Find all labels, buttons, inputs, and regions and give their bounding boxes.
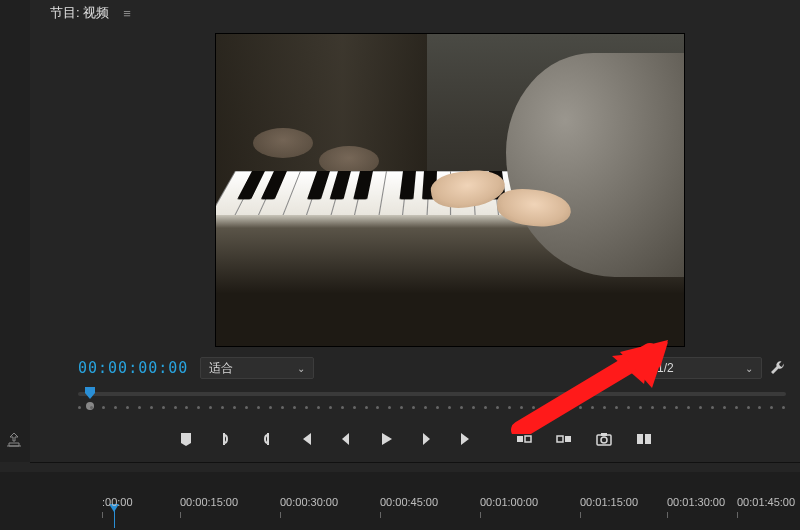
- step-back-button[interactable]: [337, 430, 355, 448]
- timeline-tick: 00:00:45:00: [380, 496, 438, 508]
- play-button[interactable]: [377, 430, 395, 448]
- current-timecode[interactable]: 00:00:00:00: [78, 359, 196, 377]
- monitor-control-row: 00:00:00:00 适合 ⌄ 1/2 ⌄: [78, 356, 786, 380]
- chevron-down-icon: ⌄: [297, 363, 305, 374]
- tab-label: 节目: 视频: [50, 4, 109, 22]
- timeline-playhead[interactable]: [114, 510, 115, 528]
- svg-rect-0: [517, 436, 523, 442]
- insert-button[interactable]: [515, 430, 533, 448]
- export-icon[interactable]: [6, 433, 22, 450]
- video-preview[interactable]: [216, 34, 684, 346]
- svg-rect-1: [525, 436, 531, 442]
- mini-playhead[interactable]: [84, 386, 96, 400]
- mark-in-button[interactable]: [217, 430, 235, 448]
- timeline-tick: :00:00: [102, 496, 133, 508]
- overwrite-button[interactable]: [555, 430, 573, 448]
- svg-point-5: [601, 437, 607, 443]
- step-forward-button[interactable]: [417, 430, 435, 448]
- resolution-label: 1/2: [657, 361, 674, 375]
- transport-bar: [30, 422, 800, 456]
- timeline-tick: 00:01:00:00: [480, 496, 538, 508]
- comparison-view-button[interactable]: [635, 430, 653, 448]
- svg-rect-7: [637, 434, 643, 444]
- timeline-tick: 00:00:30:00: [280, 496, 338, 508]
- timeline-tick: 00:01:45:00: [737, 496, 795, 508]
- go-to-out-button[interactable]: [457, 430, 475, 448]
- video-frame-content: [216, 34, 684, 346]
- resolution-dropdown[interactable]: 1/2 ⌄: [648, 357, 762, 379]
- panel-tab-program[interactable]: 节目: 视频 ≡: [50, 4, 131, 22]
- timeline-ruler[interactable]: :00:0000:00:15:0000:00:30:0000:00:45:000…: [102, 496, 800, 526]
- settings-wrench-icon[interactable]: [770, 359, 786, 378]
- mark-out-button[interactable]: [257, 430, 275, 448]
- svg-rect-8: [645, 434, 651, 444]
- zoom-fit-label: 适合: [209, 360, 233, 377]
- timeline-panel: :00:0000:00:15:0000:00:30:0000:00:45:000…: [0, 472, 800, 530]
- go-to-in-button[interactable]: [297, 430, 315, 448]
- timeline-tick: 00:00:15:00: [180, 496, 238, 508]
- left-gutter: [0, 0, 31, 462]
- panel-menu-icon[interactable]: ≡: [123, 6, 131, 21]
- svg-rect-2: [557, 436, 563, 442]
- timeline-tick: 00:01:30:00: [667, 496, 725, 508]
- add-marker-button[interactable]: [177, 430, 195, 448]
- panel-tab-bar: 节目: 视频 ≡: [30, 0, 800, 28]
- zoom-fit-dropdown[interactable]: 适合 ⌄: [200, 357, 314, 379]
- svg-rect-6: [601, 433, 607, 436]
- monitor-mini-ruler[interactable]: [78, 386, 786, 410]
- export-frame-button[interactable]: [595, 430, 613, 448]
- chevron-down-icon: ⌄: [745, 363, 753, 374]
- svg-rect-3: [565, 436, 571, 442]
- timeline-tick: 00:01:15:00: [580, 496, 638, 508]
- program-monitor-panel: 节目: 视频 ≡ 00:00:00:00 适合: [30, 0, 800, 463]
